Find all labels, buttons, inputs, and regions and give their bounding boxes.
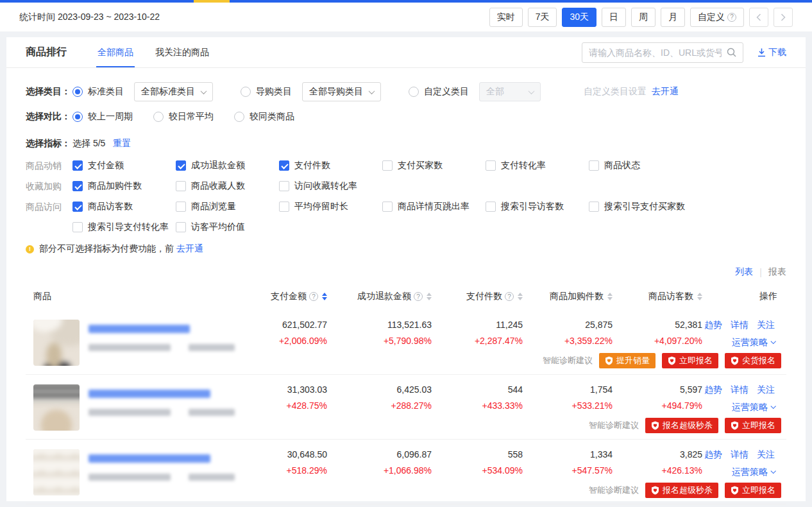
checkbox[interactable] [72, 181, 83, 191]
period-button-label: 周 [639, 12, 648, 23]
sort-icon[interactable] [697, 293, 702, 300]
action-link-1[interactable]: 详情 [731, 384, 749, 396]
download-button[interactable]: 下载 [757, 47, 786, 58]
checkbox[interactable] [382, 202, 393, 212]
product-title-blurred[interactable] [89, 325, 190, 333]
action-link-0[interactable]: 趋势 [704, 320, 722, 331]
action-link-0[interactable]: 趋势 [704, 384, 722, 396]
checkbox[interactable] [486, 202, 496, 212]
product-image[interactable] [33, 449, 80, 495]
action-link-2[interactable]: 关注 [757, 384, 775, 396]
checkbox[interactable] [72, 160, 83, 171]
reset-metrics-button[interactable]: 重置 [113, 138, 131, 150]
product-title-blurred[interactable] [89, 390, 210, 398]
sort-up-icon [427, 293, 432, 296]
strategy-dropdown[interactable]: 运营策略 [732, 467, 775, 478]
diagnosis-badge-0[interactable]: 报名超级秒杀 [645, 483, 718, 498]
strategy-dropdown[interactable]: 运营策略 [732, 402, 775, 413]
metric-checkbox-item: 商品访客数 [72, 201, 176, 212]
action-link-0[interactable]: 趋势 [704, 449, 722, 461]
checkbox[interactable] [176, 160, 186, 171]
help-icon[interactable]: ? [309, 292, 318, 301]
diagnosis-badge-0[interactable]: 提升销量 [599, 353, 656, 368]
checkbox-label: 支付金额 [88, 160, 124, 171]
period-button-4[interactable]: 周 [631, 8, 656, 27]
view-toggle: 列表|报表 [6, 255, 806, 278]
radio-button[interactable] [153, 112, 164, 122]
period-button-6[interactable]: 自定义? [690, 8, 744, 27]
period-button-1[interactable]: 7天 [528, 8, 557, 27]
diagnosis-badge-1[interactable]: 立即报名 [662, 353, 718, 368]
metric-checkbox-item: 搜索引导支付买家数 [589, 201, 692, 212]
radio-button[interactable] [72, 112, 83, 122]
checkbox[interactable] [176, 222, 186, 232]
radio-button[interactable] [234, 112, 244, 122]
checkbox[interactable] [279, 181, 289, 191]
checkbox[interactable] [279, 202, 289, 212]
sort-icon[interactable] [607, 293, 613, 300]
checkbox[interactable] [589, 160, 599, 171]
action-link-2[interactable]: 关注 [757, 320, 775, 331]
category-select-1[interactable]: 全部导购类目 [302, 82, 381, 101]
checkbox[interactable] [72, 222, 83, 232]
column-header-label: 操作 [759, 291, 777, 302]
sort-icon[interactable] [518, 293, 523, 300]
radio-button[interactable] [409, 87, 419, 97]
panel-header: 商品排行 全部商品我关注的商品 下载 [6, 37, 806, 68]
column-header-label: 支付件数 [466, 291, 502, 302]
product-search-input[interactable] [589, 47, 722, 58]
metric-checkbox-item: 商品详情页跳出率 [382, 201, 486, 212]
help-icon[interactable]: ? [505, 292, 514, 301]
metric-checkbox-item: 支付转化率 [486, 160, 589, 171]
checkbox[interactable] [176, 202, 186, 212]
tab-1[interactable]: 我关注的商品 [154, 37, 210, 67]
help-icon[interactable]: ? [414, 292, 423, 301]
period-button-0[interactable]: 实时 [489, 8, 523, 27]
sort-icon[interactable] [322, 293, 327, 300]
metric-value: 31,303.03 [231, 384, 327, 395]
diagnosis-badge-2[interactable]: 尖货报名 [725, 353, 781, 368]
sort-icon[interactable] [427, 293, 432, 300]
blurred-subtitle-bar [189, 344, 235, 351]
table-header: 商品支付金额?成功退款金额?支付件数?商品加购件数商品访客数操作 [26, 283, 786, 310]
checkbox[interactable] [72, 202, 83, 212]
period-button-2[interactable]: 30天 [562, 8, 596, 27]
strategy-dropdown[interactable]: 运营策略 [732, 337, 775, 348]
metric-change: +4,097.20% [613, 336, 702, 346]
notice-activate-link[interactable]: 去开通 [176, 243, 203, 255]
period-button-3[interactable]: 日 [602, 8, 626, 27]
checkbox[interactable] [176, 181, 186, 191]
checkbox[interactable] [486, 160, 496, 171]
tab-0[interactable]: 全部商品 [96, 37, 135, 67]
activate-link[interactable]: 去开通 [652, 86, 679, 98]
product-title-blurred[interactable] [89, 454, 210, 463]
action-link-1[interactable]: 详情 [731, 320, 749, 331]
diagnosis-badge-1[interactable]: 立即报名 [725, 483, 781, 498]
column-header-4: 商品加购件数 [523, 291, 613, 302]
category-select-0[interactable]: 全部标准类目 [134, 82, 213, 101]
period-button-5[interactable]: 月 [661, 8, 685, 27]
diagnosis-badge-1[interactable]: 立即报名 [725, 418, 781, 433]
sort-down-icon [697, 297, 702, 300]
metric-value: 52,381 [613, 320, 702, 330]
view-toggle-1[interactable]: 报表 [768, 266, 786, 278]
checkbox[interactable] [589, 202, 599, 212]
metrics-filter-label: 选择指标： [26, 138, 72, 150]
metric-value: 3,825 [613, 449, 702, 460]
radio-button[interactable] [241, 87, 251, 97]
search-icon[interactable] [727, 47, 736, 57]
prev-period-button[interactable] [749, 8, 768, 27]
metric-cell-0: 30,648.50+518.29% [231, 449, 327, 478]
diagnosis-badge-0[interactable]: 报名超级秒杀 [645, 418, 718, 433]
product-image[interactable] [33, 384, 80, 431]
checkbox[interactable] [279, 160, 289, 171]
next-period-button[interactable] [774, 8, 793, 27]
chevron-down-icon [201, 88, 207, 94]
checkbox[interactable] [382, 160, 393, 171]
product-image[interactable] [33, 320, 80, 366]
radio-button[interactable] [72, 87, 83, 97]
metric-group-name: 商品动销 [26, 160, 72, 172]
action-link-2[interactable]: 关注 [757, 449, 775, 461]
view-toggle-0[interactable]: 列表 [735, 266, 753, 278]
action-link-1[interactable]: 详情 [731, 449, 749, 461]
